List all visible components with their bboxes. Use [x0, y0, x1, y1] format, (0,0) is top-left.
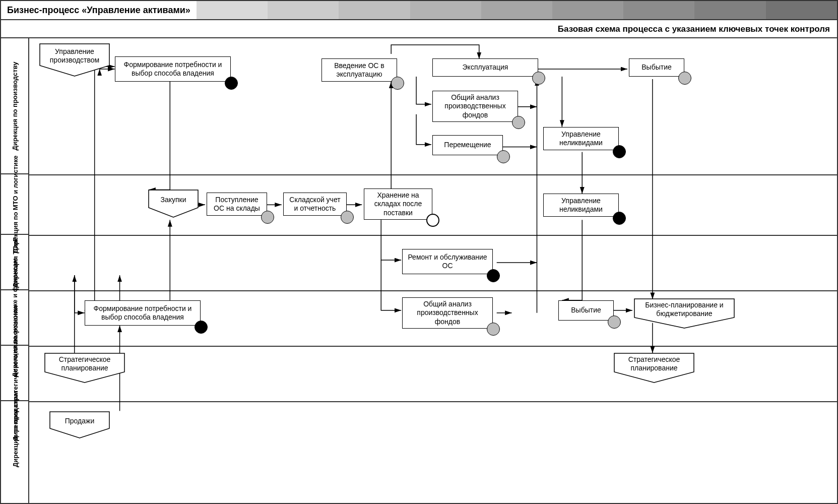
node-wh-account: Складской учет и отчетность	[283, 193, 347, 216]
node-repair: Ремонт и обслуживание ОС	[402, 249, 493, 274]
diagram-canvas: Управление производством Закупки Стратег…	[29, 38, 837, 504]
node-illiquid-2: Управление неликвидами	[543, 194, 619, 217]
node-gen-analysis-2: Общий анализ производственных фондов	[402, 297, 493, 329]
node-illiquid-1: Управление неликвидами	[543, 127, 619, 150]
control-point-gray	[532, 72, 545, 85]
node-receipt-os: Поступление ОС на склады	[207, 193, 267, 216]
node-form-need-2: Формирование потребности и выбор способа…	[85, 300, 201, 326]
title-gradient	[197, 1, 837, 19]
control-point-black	[195, 321, 208, 334]
control-point-black	[613, 145, 626, 158]
node-disposal-1: Выбытие	[629, 58, 684, 77]
title-bar: Бизнес-процесс «Управление активами»	[1, 1, 837, 20]
lane-labels-column: Дирекция по производству Дирекция по МТО…	[1, 38, 29, 504]
control-point-gray	[261, 211, 274, 224]
page-title: Бизнес-процесс «Управление активами»	[1, 1, 197, 19]
node-disposal-2: Выбытие	[558, 300, 614, 321]
node-form-need-1: Формирование потребности и выбор способа…	[115, 56, 231, 82]
control-point-gray	[512, 116, 525, 129]
node-intro-os: Введение ОС в эксплуатацию	[321, 58, 397, 82]
control-point-black	[613, 212, 626, 225]
lane-label-sales: Дирекция по продажам	[1, 401, 29, 457]
control-point-gray	[608, 316, 621, 329]
lane-label-mto: Дирекция по МТО и логистике	[1, 174, 29, 235]
control-point-gray	[391, 77, 404, 90]
node-exploitation: Эксплуатация	[432, 58, 538, 77]
node-wh-storage: Хранение на складах после поставки	[364, 188, 432, 220]
control-point-gray	[678, 72, 691, 85]
control-point-black	[225, 77, 238, 90]
control-point-gray	[341, 211, 354, 224]
node-gen-analysis-1: Общий анализ производственных фондов	[432, 91, 518, 122]
control-point-black	[487, 269, 500, 282]
control-point-white	[426, 214, 439, 227]
diagram-container: Бизнес-процесс «Управление активами» Баз…	[0, 0, 838, 504]
node-movement: Перемещение	[432, 135, 503, 155]
subtitle: Базовая схема процесса с указанием ключе…	[1, 20, 837, 38]
lane-label-production: Дирекция по производству	[1, 38, 29, 174]
control-point-gray	[487, 323, 500, 336]
swimlane-body: Дирекция по производству Дирекция по МТО…	[1, 38, 837, 504]
control-point-gray	[497, 150, 510, 163]
